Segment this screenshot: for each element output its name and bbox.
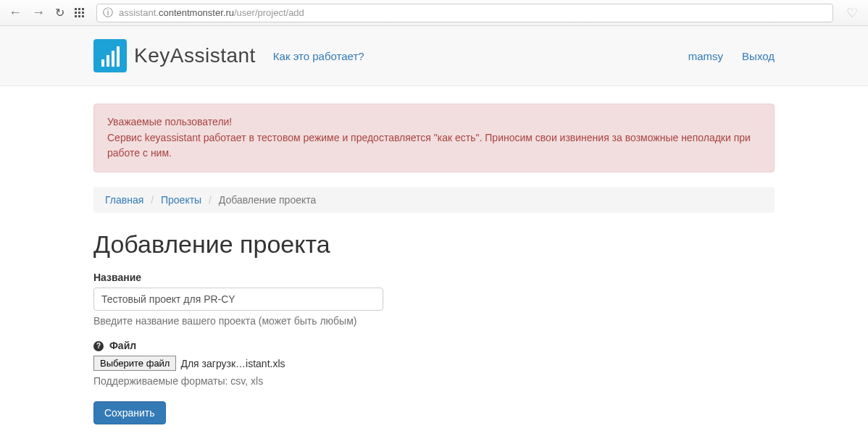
file-selected-name: Для загрузк…istant.xls (180, 358, 285, 369)
page-header: KeyAssistant Как это работает? mamsy Вых… (0, 26, 868, 86)
save-button[interactable]: Сохранить (93, 401, 166, 424)
url-domain: contentmonster.ru (159, 7, 234, 18)
globe-icon: ⓘ (103, 7, 113, 20)
url-prefix: assistant. (119, 7, 159, 18)
reload-icon[interactable]: ↻ (55, 6, 64, 20)
page-title: Добавление проекта (93, 230, 775, 259)
nav-icons: ← → ↻ (6, 5, 88, 20)
name-label: Название (93, 272, 775, 283)
file-label: ? Файл (93, 340, 775, 351)
favorite-icon[interactable]: ♡ (842, 5, 862, 21)
header-nav: mamsy Выход (688, 50, 775, 62)
forward-icon[interactable]: → (32, 5, 45, 20)
file-label-text: Файл (109, 340, 136, 351)
breadcrumb-current: Добавление проекта (219, 194, 316, 206)
url-bar[interactable]: ⓘ assistant.contentmonster.ru/user/proje… (96, 4, 833, 22)
user-link[interactable]: mamsy (688, 50, 723, 62)
project-name-input[interactable] (93, 288, 383, 311)
alert-line1: Уважаемые пользователи! (107, 114, 761, 130)
url-path: /user/project/add (234, 7, 304, 18)
browser-toolbar: ← → ↻ ⓘ assistant.contentmonster.ru/user… (0, 0, 868, 26)
back-icon[interactable]: ← (9, 5, 22, 20)
breadcrumb-projects[interactable]: Проекты (161, 194, 201, 206)
alert-line2: Сервис keyassistant работает в тестовом … (107, 130, 761, 162)
choose-file-button[interactable]: Выберите файл (93, 356, 176, 371)
breadcrumb-home[interactable]: Главная (105, 194, 143, 206)
url-text: assistant.contentmonster.ru/user/project… (119, 7, 827, 18)
logo-text: KeyAssistant (134, 44, 256, 67)
name-help: Введите название вашего проекта (может б… (93, 315, 775, 327)
breadcrumb-sep: / (204, 194, 216, 206)
apps-icon[interactable] (75, 8, 85, 18)
how-it-works-link[interactable]: Как это работает? (273, 50, 364, 62)
breadcrumb: Главная / Проекты / Добавление проекта (93, 187, 775, 213)
logo[interactable]: KeyAssistant (93, 39, 256, 72)
breadcrumb-sep: / (146, 194, 158, 206)
logout-link[interactable]: Выход (742, 50, 775, 62)
alert-box: Уважаемые пользователи! Сервис keyassist… (93, 104, 775, 172)
help-icon[interactable]: ? (93, 341, 104, 351)
file-help: Поддерживаемые форматы: csv, xls (93, 375, 775, 387)
logo-icon (93, 39, 127, 72)
